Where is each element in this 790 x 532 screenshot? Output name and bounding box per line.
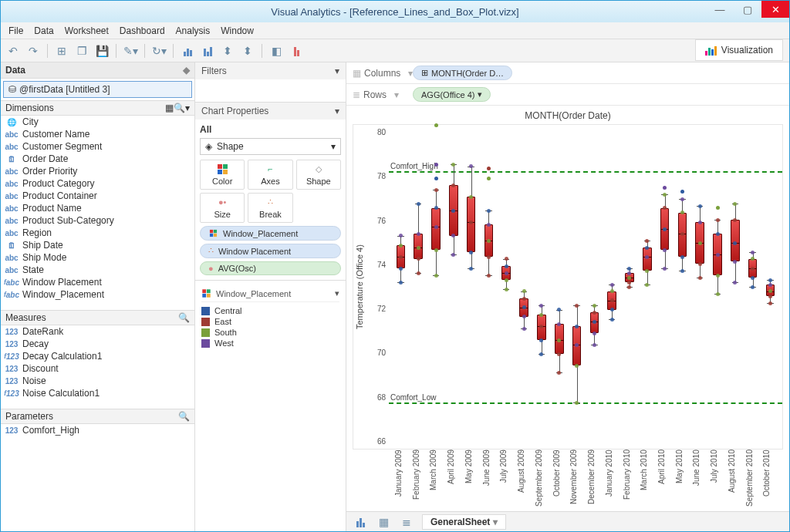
box-column[interactable] (674, 125, 690, 449)
sheet-tab[interactable]: GeneralSheet▾ (422, 514, 506, 530)
field-item[interactable]: fabcWindow Placement (1, 276, 194, 288)
field-item[interactable]: fabcWindow_Placement (1, 288, 194, 301)
field-item[interactable]: abcRegion (1, 227, 194, 239)
box-column[interactable] (410, 125, 427, 449)
box-column[interactable] (551, 125, 567, 449)
sort-desc-icon[interactable]: ⬍ (240, 43, 255, 59)
box-column[interactable] (762, 125, 778, 449)
legend-item[interactable]: West (201, 338, 339, 348)
field-item[interactable]: abcProduct Category (1, 177, 194, 190)
highlight-icon[interactable]: ◧ (268, 43, 284, 59)
filters-shelf[interactable]: Filters▾ (195, 62, 346, 79)
box-column[interactable] (586, 125, 603, 449)
legend-item[interactable]: Central (201, 305, 339, 316)
box-column[interactable] (692, 125, 708, 449)
box-column[interactable] (604, 125, 620, 449)
sort-asc-icon[interactable]: ⬍ (220, 43, 235, 59)
field-item[interactable]: 🗓Ship Date (1, 239, 194, 251)
chart1-icon[interactable] (180, 43, 195, 59)
menu-dashboard[interactable]: Dashboard (120, 25, 165, 36)
box-column[interactable] (657, 125, 673, 449)
box-column[interactable] (727, 125, 743, 449)
columns-shelf[interactable]: ▦Columns▾ ⊞MONTH(Order D… (346, 62, 789, 84)
shape-card[interactable]: ◇Shape (296, 160, 341, 190)
pill-avg-osc[interactable]: ●AVG(Osc) (200, 261, 341, 275)
box-column[interactable] (534, 125, 550, 449)
duplicate-icon[interactable]: ❐ (74, 43, 89, 59)
box-column[interactable] (710, 125, 726, 449)
box-column[interactable] (744, 125, 761, 449)
grid-icon[interactable]: ▦ (165, 103, 174, 113)
clear-icon[interactable]: ✎▾ (123, 43, 138, 59)
rows-shelf[interactable]: ≣Rows▾ AGG(Office 4)▾ (346, 84, 789, 106)
pill-window-placement-2[interactable]: ∴Window Placement (200, 244, 341, 258)
legend-item[interactable]: South (201, 327, 339, 338)
menu-data[interactable]: Data (34, 25, 53, 36)
color-card[interactable]: Color (200, 160, 245, 190)
datasource-item[interactable]: ⛁ @firstData [Untitled 3] (3, 81, 192, 98)
x-tick-label: August 2009 (517, 450, 535, 511)
field-item[interactable]: 123Comfort_High (1, 424, 194, 436)
field-item[interactable]: 123Discount (1, 362, 194, 375)
columns-pill[interactable]: ⊞MONTH(Order D… (413, 66, 512, 80)
box-column[interactable] (463, 125, 479, 449)
maximize-button[interactable]: ▢ (734, 1, 761, 18)
field-item[interactable]: abcState (1, 264, 194, 276)
visualization-button[interactable]: Visualization (695, 39, 783, 61)
new-sheet-icon[interactable]: ⊞ (54, 43, 69, 59)
field-item[interactable]: abcCustomer Segment (1, 140, 194, 153)
mark-type-select[interactable]: ◈Shape▾ (200, 138, 341, 155)
menu-worksheet[interactable]: Worksheet (65, 25, 109, 36)
menu-analysis[interactable]: Analysis (176, 25, 211, 36)
field-item[interactable]: 123Noise (1, 375, 194, 387)
chart-properties-header[interactable]: Chart Properties▾ (195, 103, 346, 120)
undo-icon[interactable]: ↶ (5, 43, 21, 59)
minimize-button[interactable]: — (706, 1, 734, 18)
field-item[interactable]: f123Decay Calculation1 (1, 350, 194, 362)
box-column[interactable] (498, 125, 515, 449)
sheet-chart-icon[interactable] (353, 514, 368, 530)
field-item[interactable]: 123Decay (1, 338, 194, 350)
box-column[interactable] (393, 125, 409, 449)
sheet-list-icon[interactable]: ≣ (399, 514, 414, 530)
field-item[interactable]: abcShip Mode (1, 251, 194, 264)
field-item[interactable]: f123Noise Calculation1 (1, 387, 194, 399)
field-item[interactable]: abcOrder Priority (1, 165, 194, 177)
x-tick-label: May 2009 (464, 450, 482, 511)
menu-window[interactable]: Window (221, 25, 254, 36)
sheet-grid-icon[interactable]: ▦ (376, 514, 391, 530)
box-column[interactable] (481, 125, 497, 449)
field-item[interactable]: abcProduct Name (1, 202, 194, 214)
chart2-icon[interactable] (200, 43, 215, 59)
rows-pill[interactable]: AGG(Office 4)▾ (413, 87, 491, 102)
box-column[interactable] (428, 125, 444, 449)
box-column[interactable] (445, 125, 461, 449)
box-column[interactable] (639, 125, 655, 449)
field-item[interactable]: abcProduct Sub-Category (1, 214, 194, 227)
size-card[interactable]: ●•Size (200, 193, 245, 223)
refresh-icon[interactable]: ↻▾ (151, 43, 167, 59)
field-item[interactable]: abcProduct Container (1, 190, 194, 202)
redo-icon[interactable]: ↷ (25, 43, 41, 59)
x-tick-label: March 2009 (429, 450, 447, 511)
search-icon[interactable]: 🔍 (178, 312, 190, 323)
box-column[interactable] (569, 125, 585, 449)
field-item[interactable]: 123DateRank (1, 325, 194, 338)
search-icon[interactable]: 🔍 (178, 411, 190, 422)
pill-window-placement-1[interactable]: Window_Placement (200, 226, 341, 241)
layout-icon[interactable] (289, 43, 304, 59)
box-column[interactable] (516, 125, 532, 449)
close-button[interactable]: ✕ (761, 1, 789, 18)
legend-item[interactable]: East (201, 316, 339, 327)
axes-card[interactable]: ⌐Axes (248, 160, 292, 190)
box-column[interactable] (622, 125, 638, 449)
break-card[interactable]: ∴Break (248, 193, 292, 223)
menu-file[interactable]: File (8, 25, 23, 36)
field-item[interactable]: 🌐City (1, 116, 194, 128)
field-item[interactable]: 🗓Order Date (1, 153, 194, 165)
search-icon[interactable]: 🔍 (174, 103, 185, 113)
save-icon[interactable]: 💾 (94, 43, 110, 59)
dropdown-icon[interactable]: ▾ (185, 103, 190, 113)
field-item[interactable]: abcCustomer Name (1, 128, 194, 140)
plot-area[interactable]: Comfort_HighComfort_Low (389, 125, 782, 449)
